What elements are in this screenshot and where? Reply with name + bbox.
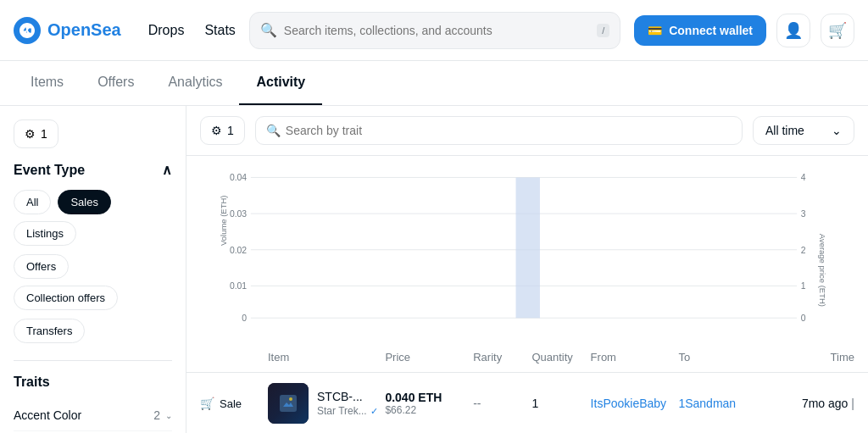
filter-listings[interactable]: Listings (14, 221, 76, 246)
filter-bar: ⚙ 1 (14, 119, 172, 148)
tab-items[interactable]: Items (14, 61, 81, 105)
svg-point-20 (289, 397, 292, 401)
th-rarity: Rarity (473, 351, 531, 364)
table-header: Item Price Rarity Quantity From To Time (186, 342, 868, 373)
logo[interactable]: OpenSea (14, 17, 121, 44)
svg-text:Average price (ETH): Average price (ETH) (818, 234, 827, 307)
filter-sales[interactable]: Sales (58, 190, 111, 214)
header-actions: 💳 Connect wallet 👤 🛒 (634, 14, 854, 47)
price-eth: 0.040 ETH (385, 391, 473, 404)
filter-count: 1 (41, 127, 47, 141)
sidebar: ⚙ 1 Event Type ∧ All Sales Listings Offe… (0, 106, 186, 433)
chevron-down-icon: ⌄ (165, 411, 172, 420)
svg-text:0: 0 (801, 314, 806, 322)
slash-badge: / (597, 24, 609, 37)
trait-accent-color-label: Accent Color (14, 408, 81, 422)
td-to[interactable]: 1Sandman (678, 397, 766, 410)
item-collection-name: Star Trek... (317, 405, 367, 417)
search-bar[interactable]: 🔍 / (249, 12, 620, 49)
time-filter-chevron: ⌄ (832, 124, 842, 137)
item-info: STCB-... Star Trek... ✓ (317, 390, 378, 417)
th-to: To (678, 351, 766, 364)
content-area: ⚙ 1 🔍 All time ⌄ (186, 106, 868, 433)
th-time: Time (766, 351, 854, 364)
svg-text:3: 3 (801, 209, 806, 219)
cart-icon: 🛒 (828, 21, 847, 40)
svg-text:Volume (ETH): Volume (ETH) (219, 196, 228, 246)
filter-offers[interactable]: Offers (14, 254, 69, 279)
cart-button[interactable]: 🛒 (821, 14, 854, 47)
logo-icon (14, 17, 41, 44)
filter-tags-row3: Transfers (14, 319, 172, 343)
item-name[interactable]: STCB-... (317, 390, 378, 403)
filter-all[interactable]: All (14, 190, 51, 214)
svg-text:0.03: 0.03 (230, 209, 247, 219)
svg-rect-19 (280, 395, 297, 412)
svg-text:2: 2 (801, 246, 806, 255)
svg-text:0.02: 0.02 (230, 246, 247, 255)
tabs-bar: Items Offers Analytics Activity (0, 61, 868, 106)
header: OpenSea Drops Stats 🔍 / 💳 Connect wallet… (0, 0, 868, 61)
th-item: Item (268, 351, 385, 364)
event-type-section: Event Type ∧ All Sales Listings Offers C… (14, 162, 172, 343)
tab-analytics[interactable]: Analytics (151, 61, 239, 105)
trait-accent-color-count: 2 ⌄ (153, 408, 172, 422)
filter-transfers[interactable]: Transfers (14, 319, 85, 343)
toolbar-filter-button[interactable]: ⚙ 1 (200, 116, 245, 145)
expand-icon[interactable]: | (851, 397, 854, 410)
filter-icon: ⚙ (25, 127, 36, 141)
profile-button[interactable]: 👤 (776, 14, 810, 47)
traits-section: Traits Accent Color 2 ⌄ Background 101 ⌄… (14, 375, 172, 433)
tab-activity[interactable]: Activity (239, 61, 322, 105)
td-item: STCB-... Star Trek... ✓ (268, 383, 385, 424)
td-rarity: -- (473, 397, 531, 410)
th-quantity: Quantity (531, 351, 590, 364)
td-event-type: 🛒 Sale (200, 397, 268, 410)
svg-text:0: 0 (242, 314, 247, 322)
td-time: 7mo ago | (766, 397, 854, 410)
item-thumbnail[interactable] (268, 383, 309, 424)
event-type-header[interactable]: Event Type ∧ (14, 162, 172, 178)
profile-icon: 👤 (784, 21, 803, 40)
trait-accent-color[interactable]: Accent Color 2 ⌄ (14, 400, 172, 431)
search-input[interactable] (284, 24, 590, 37)
divider-1 (14, 360, 172, 361)
item-collection[interactable]: Star Trek... ✓ (317, 405, 378, 417)
nav-stats[interactable]: Stats (204, 23, 235, 38)
search-icon: 🔍 (260, 22, 277, 38)
filter-tags-row2: Offers Collection offers (14, 254, 172, 310)
traits-header: Traits (14, 375, 172, 390)
trait-search-icon: 🔍 (266, 124, 281, 137)
time-filter-label: All time (765, 124, 804, 137)
filter-sliders-icon: ⚙ (211, 124, 222, 137)
tab-offers[interactable]: Offers (81, 61, 151, 105)
time-filter-select[interactable]: All time ⌄ (753, 116, 854, 145)
item-image-inner (268, 383, 309, 424)
connect-wallet-button[interactable]: 💳 Connect wallet (634, 15, 766, 46)
th-from: From (591, 351, 679, 364)
th-price: Price (385, 351, 473, 364)
connect-wallet-label: Connect wallet (669, 24, 753, 37)
filter-button[interactable]: ⚙ 1 (14, 119, 58, 148)
trait-search-input[interactable] (286, 124, 434, 137)
main-layout: ⚙ 1 Event Type ∧ All Sales Listings Offe… (0, 106, 868, 433)
logo-text: OpenSea (47, 20, 121, 40)
table-row: 🛒 Sale STCB-... Star Tre (186, 373, 868, 433)
content-toolbar: ⚙ 1 🔍 All time ⌄ (186, 106, 868, 156)
wallet-icon: 💳 (648, 24, 662, 37)
td-price: 0.040 ETH $66.22 (385, 391, 473, 416)
nav-drops[interactable]: Drops (148, 23, 185, 38)
th-event (200, 351, 268, 364)
event-label: Sale (220, 397, 242, 410)
td-from[interactable]: ItsPookieBaby (591, 397, 679, 410)
filter-tags-row1: All Sales Listings (14, 190, 172, 246)
td-quantity: 1 (531, 397, 590, 410)
event-type-chevron: ∧ (162, 162, 172, 178)
trait-search-bar[interactable]: 🔍 (255, 116, 743, 145)
filter-collection-offers[interactable]: Collection offers (14, 286, 118, 310)
sale-cart-icon: 🛒 (200, 397, 214, 410)
verified-icon: ✓ (370, 406, 378, 417)
svg-text:0.01: 0.01 (230, 281, 247, 291)
svg-rect-17 (516, 177, 540, 318)
activity-chart: 0.04 0.03 0.02 0.01 0 4 3 2 1 0 Volume (… (200, 169, 848, 322)
